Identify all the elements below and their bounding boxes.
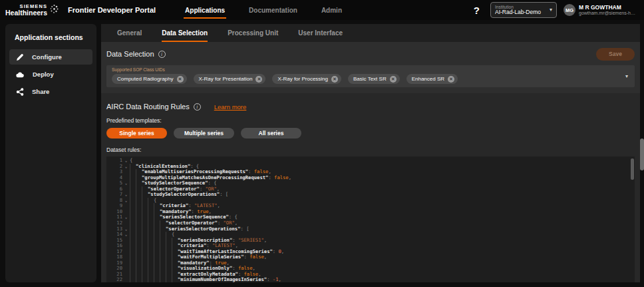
fold-caret-icon: ⌄ bbox=[122, 192, 130, 198]
fold-caret-icon bbox=[122, 203, 130, 209]
dropdown-caret-icon[interactable]: ▾ bbox=[625, 74, 628, 79]
editor-scrollbar[interactable] bbox=[631, 158, 634, 180]
remove-chip-icon[interactable]: ✕ bbox=[390, 76, 397, 83]
page-body: Application sections Configure Deploy bbox=[5, 24, 640, 282]
fold-caret-icon bbox=[122, 243, 130, 249]
main-nav: Applications Documentation Admin bbox=[185, 0, 342, 20]
pencil-icon bbox=[16, 53, 24, 61]
fold-caret-icon bbox=[122, 169, 130, 175]
template-single-series-button[interactable]: Single series bbox=[106, 128, 167, 139]
dataset-rules-label: Dataset rules: bbox=[106, 146, 635, 153]
fold-caret-icon bbox=[122, 186, 130, 192]
user-email: gowtham.mr@siemens-heal... bbox=[579, 11, 637, 16]
fold-caret-icon: ⌄ bbox=[122, 226, 130, 232]
fold-caret-icon bbox=[122, 277, 130, 282]
code-line[interactable]: 7⌄"studySelectorOperations": [ bbox=[106, 192, 635, 198]
nav-documentation[interactable]: Documentation bbox=[249, 0, 297, 20]
code-line[interactable]: 22"minimumNumberOfImagesInSeries": -1, bbox=[106, 277, 635, 282]
airc-title: AIRC Data Routing Rules bbox=[106, 103, 190, 111]
logo-siemens: SIEMENS bbox=[20, 4, 47, 9]
main-panel: General Data Selection Processing Unit U… bbox=[101, 24, 640, 282]
sidebar-item-share[interactable]: Share bbox=[9, 84, 92, 99]
remove-chip-icon[interactable]: ✕ bbox=[255, 76, 262, 83]
sidebar-item-configure[interactable]: Configure bbox=[9, 49, 92, 65]
logo-healthineers: Healthineers bbox=[5, 9, 47, 17]
content-scrollbar[interactable] bbox=[640, 24, 644, 282]
avatar[interactable]: MG bbox=[564, 4, 575, 16]
airc-routing-section: AIRC Data Routing Rules i Learn more Pre… bbox=[101, 93, 640, 282]
sop-chip[interactable]: X-Ray for Presentation ✕ bbox=[194, 74, 266, 84]
fold-caret-icon bbox=[122, 238, 130, 244]
tab-bar: General Data Selection Processing Unit U… bbox=[101, 24, 640, 42]
remove-chip-icon[interactable]: ✕ bbox=[331, 76, 338, 83]
fold-caret-icon: ⌄ bbox=[122, 232, 130, 238]
remove-chip-icon[interactable]: ✕ bbox=[448, 76, 454, 83]
tab-data-selection[interactable]: Data Selection bbox=[162, 24, 208, 42]
healthineers-dots-icon bbox=[50, 4, 59, 17]
portal-title: Frontier Developer Portal bbox=[68, 6, 156, 14]
chevron-down-icon: ▾ bbox=[550, 7, 552, 13]
code-lines: 1⌄{2⌄"clinicalExtension": {3"enableMulti… bbox=[106, 158, 635, 282]
siemens-healthineers-logo[interactable]: SIEMENS Healthineers bbox=[5, 0, 59, 20]
sidebar-item-label: Share bbox=[32, 88, 49, 95]
templates-label: Predefined templates: bbox=[106, 117, 635, 124]
code-line[interactable]: 13⌄"seriesSelectorOperations": [ bbox=[106, 226, 635, 232]
tab-processing-unit[interactable]: Processing Unit bbox=[228, 24, 278, 42]
fold-caret-icon bbox=[122, 220, 130, 226]
sop-chip[interactable]: Computed Radiography ✕ bbox=[112, 74, 187, 84]
fold-caret-icon: ⌄ bbox=[122, 158, 130, 164]
sidebar-item-label: Deploy bbox=[33, 71, 54, 78]
sidebar-title: Application sections bbox=[9, 31, 92, 49]
user-info[interactable]: M R GOWTHAM gowtham.mr@siemens-heal... bbox=[579, 4, 637, 17]
fold-caret-icon bbox=[122, 272, 130, 278]
sop-chip[interactable]: X-Ray for Processing ✕ bbox=[272, 74, 341, 84]
template-multiple-series-button[interactable]: Multiple series bbox=[174, 128, 234, 139]
fold-caret-icon: ⌄ bbox=[122, 214, 130, 220]
fold-caret-icon: ⌄ bbox=[122, 180, 130, 186]
data-selection-section: Data Selection i Save Supported SOP Clas… bbox=[101, 42, 640, 93]
info-icon[interactable]: i bbox=[194, 103, 201, 111]
info-icon[interactable]: i bbox=[158, 51, 166, 58]
nav-applications[interactable]: Applications bbox=[185, 0, 225, 20]
fold-caret-icon: ⌄ bbox=[122, 198, 130, 204]
tab-user-interface[interactable]: User Interface bbox=[298, 24, 343, 42]
fold-caret-icon bbox=[122, 254, 130, 260]
fold-caret-icon bbox=[122, 249, 130, 255]
help-icon[interactable]: ? bbox=[474, 5, 480, 16]
share-icon bbox=[16, 88, 24, 96]
fold-caret-icon bbox=[122, 266, 130, 272]
remove-chip-icon[interactable]: ✕ bbox=[177, 76, 184, 83]
sop-chip[interactable]: Enhanced SR ✕ bbox=[406, 74, 458, 84]
fold-caret-icon bbox=[122, 260, 130, 266]
code-editor[interactable]: 1⌄{2⌄"clinicalExtension": {3"enableMulti… bbox=[106, 156, 635, 282]
learn-more-link[interactable]: Learn more bbox=[214, 103, 247, 111]
template-all-series-button[interactable]: All series bbox=[241, 128, 301, 139]
institution-value: AI-Rad-Lab-Demo bbox=[495, 9, 550, 15]
fold-caret-icon bbox=[122, 209, 130, 215]
scrollbar-thumb[interactable] bbox=[640, 139, 644, 170]
section-title: Data Selection bbox=[106, 50, 154, 58]
institution-select[interactable]: Institution AI-Rad-Lab-Demo ▾ bbox=[490, 2, 557, 18]
save-button[interactable]: Save bbox=[596, 48, 635, 61]
sidebar-item-deploy[interactable]: Deploy bbox=[9, 67, 92, 82]
fold-caret-icon: ⌄ bbox=[122, 164, 130, 170]
sidebar-item-label: Configure bbox=[32, 53, 62, 61]
tab-general[interactable]: General bbox=[117, 24, 142, 42]
fold-caret-icon bbox=[122, 175, 130, 181]
app-header: SIEMENS Healthineers Frontier Developer … bbox=[0, 0, 644, 20]
sop-field-label: Supported SOP Class UIDs bbox=[112, 67, 629, 72]
cloud-icon bbox=[16, 71, 25, 79]
sidebar: Application sections Configure Deploy bbox=[5, 24, 96, 282]
sop-chip[interactable]: Basic Text SR ✕ bbox=[348, 74, 400, 84]
nav-admin[interactable]: Admin bbox=[321, 0, 342, 20]
sop-class-uids-field[interactable]: Supported SOP Class UIDs Computed Radiog… bbox=[106, 65, 635, 87]
user-name: M R GOWTHAM bbox=[579, 4, 637, 11]
